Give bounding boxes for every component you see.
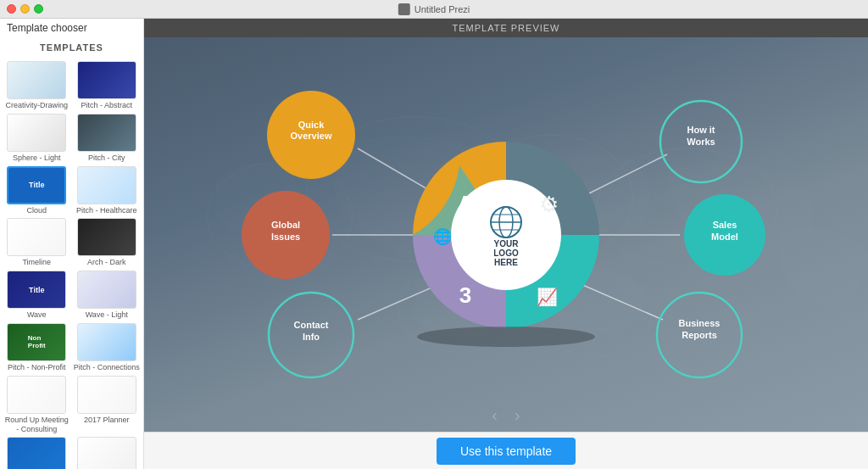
template-label: Pitch - Non-Profit [8, 363, 66, 372]
minimize-button[interactable] [20, 4, 30, 14]
template-thumb-wave[interactable]: Title [7, 271, 66, 309]
template-thumb-arch-dark[interactable] [77, 218, 136, 256]
template-label: Arch - Dark [87, 258, 126, 267]
template-thumb-timeline[interactable] [7, 218, 66, 256]
window-title-bar: Untitled Prezi [398, 3, 470, 15]
template-thumb-wave-light[interactable] [77, 271, 136, 309]
svg-text:Overview: Overview [291, 131, 332, 141]
template-thumb-sphere-linear[interactable] [77, 437, 136, 469]
close-button[interactable] [7, 4, 16, 14]
template-thumb-planner[interactable] [77, 376, 136, 414]
svg-text:Contact: Contact [294, 320, 329, 330]
svg-text:C: C [542, 227, 559, 253]
template-label: Pitch - Healthcare [76, 206, 137, 215]
thumb-content [78, 114, 136, 151]
template-item[interactable]: 2017 Planner [74, 376, 141, 434]
main-layout: Template chooser TEMPLATES Creativity-Dr… [0, 19, 868, 469]
template-thumb-pitch-abstract[interactable] [77, 61, 136, 99]
content-area: TEMPLATE PREVIEW [144, 19, 868, 469]
template-label: Creativity-Drawing [5, 101, 68, 110]
template-item[interactable]: Round Up Meeting - Consulting [3, 376, 70, 434]
template-item[interactable]: Pitch - Healthcare [74, 166, 141, 215]
diagram-svg: YOUR LOGO HERE A ⚙ C 3 📈 🌐 [209, 57, 803, 413]
template-label: 2017 Planner [84, 416, 130, 425]
thumb-content [8, 62, 65, 98]
template-thumb-nonprofit[interactable]: NonProfit [7, 323, 66, 361]
thumb-content [78, 271, 136, 308]
template-item[interactable]: Wave - Light [74, 271, 141, 320]
template-label: Cloud [26, 206, 47, 215]
thumb-content: Title [8, 271, 65, 308]
bottom-bar: Use this template [144, 432, 868, 469]
template-thumb-around[interactable] [7, 437, 66, 469]
svg-text:Info: Info [303, 332, 320, 342]
template-label: Pitch - Abstract [81, 101, 132, 110]
template-label: Timeline [22, 258, 51, 267]
template-thumb-connections[interactable] [77, 323, 136, 361]
thumb-content: NonProfit [8, 324, 65, 360]
template-item[interactable]: Pitch - City [74, 114, 141, 163]
template-grid: Creativity-Drawing Pitch - Abstract Sphe… [0, 58, 143, 469]
svg-text:Business: Business [679, 318, 721, 328]
svg-text:🌐: 🌐 [433, 227, 453, 246]
svg-text:📈: 📈 [537, 287, 558, 307]
template-label: Wave - Light [86, 310, 128, 320]
svg-text:Works: Works [687, 137, 715, 147]
titlebar: Untitled Prezi [0, 0, 868, 19]
svg-text:Issues: Issues [271, 232, 300, 242]
template-label: Wave [27, 310, 47, 320]
svg-text:Global: Global [271, 220, 300, 230]
template-thumb-pitch-healthcare[interactable] [77, 166, 136, 204]
template-item[interactable]: Sphere - Light [3, 114, 70, 163]
template-item[interactable]: Timeline [3, 218, 70, 267]
template-thumb-sphere-light[interactable] [7, 114, 66, 152]
window-title-text: Untitled Prezi [415, 4, 470, 14]
svg-text:⚙: ⚙ [539, 192, 559, 217]
thumb-content [8, 114, 65, 151]
thumb-content [78, 438, 136, 469]
template-item[interactable]: Pitch - Connections [74, 323, 141, 372]
template-label: Pitch - City [88, 154, 125, 163]
presentation-background: YOUR LOGO HERE A ⚙ C 3 📈 🌐 [144, 37, 868, 432]
thumb-content [78, 62, 136, 98]
svg-text:YOUR: YOUR [494, 239, 520, 248]
svg-text:Sales: Sales [713, 220, 737, 230]
thumb-content: Title [8, 168, 64, 203]
preview-canvas: YOUR LOGO HERE A ⚙ C 3 📈 🌐 [144, 37, 868, 432]
preview-header: TEMPLATE PREVIEW [144, 19, 868, 37]
template-item[interactable]: Title Cloud [3, 166, 70, 215]
prezi-icon [398, 3, 410, 15]
traffic-lights [7, 4, 43, 14]
template-item[interactable]: NonProfit Pitch - Non-Profit [3, 323, 70, 372]
template-thumb-creativity[interactable] [7, 61, 66, 99]
app-title: Template chooser [0, 19, 143, 36]
template-item[interactable]: Arch - Dark [74, 218, 141, 267]
sidebar: Template chooser TEMPLATES Creativity-Dr… [0, 19, 144, 469]
svg-text:How it: How it [687, 125, 715, 135]
svg-text:HERE: HERE [494, 258, 518, 267]
template-label: Pitch - Connections [74, 363, 140, 372]
thumb-content [78, 324, 136, 360]
svg-text:Model: Model [711, 232, 738, 242]
thumb-content [78, 219, 136, 255]
template-label: Sphere - Light [13, 154, 61, 163]
template-thumb-cloud[interactable]: Title [7, 166, 66, 204]
thumb-content [8, 219, 65, 255]
svg-text:3: 3 [459, 282, 471, 308]
svg-text:Quick: Quick [298, 120, 325, 130]
svg-text:LOGO: LOGO [493, 248, 519, 258]
use-template-button[interactable]: Use this template [437, 438, 576, 465]
maximize-button[interactable] [34, 4, 43, 14]
template-label: Round Up Meeting - Consulting [3, 416, 70, 434]
template-item[interactable]: Sphere Linear - Light [74, 437, 141, 469]
template-item[interactable]: Around a Topic [3, 437, 70, 469]
template-thumb-roundup[interactable] [7, 376, 66, 414]
svg-text:Reports: Reports [682, 330, 717, 340]
template-thumb-pitch-city[interactable] [77, 114, 136, 152]
template-item[interactable]: Pitch - Abstract [74, 61, 141, 110]
svg-text:A: A [458, 191, 474, 216]
template-item[interactable]: Title Wave [3, 271, 70, 320]
template-item[interactable]: Creativity-Drawing [3, 61, 70, 110]
thumb-content [8, 377, 65, 413]
svg-point-27 [417, 327, 595, 347]
